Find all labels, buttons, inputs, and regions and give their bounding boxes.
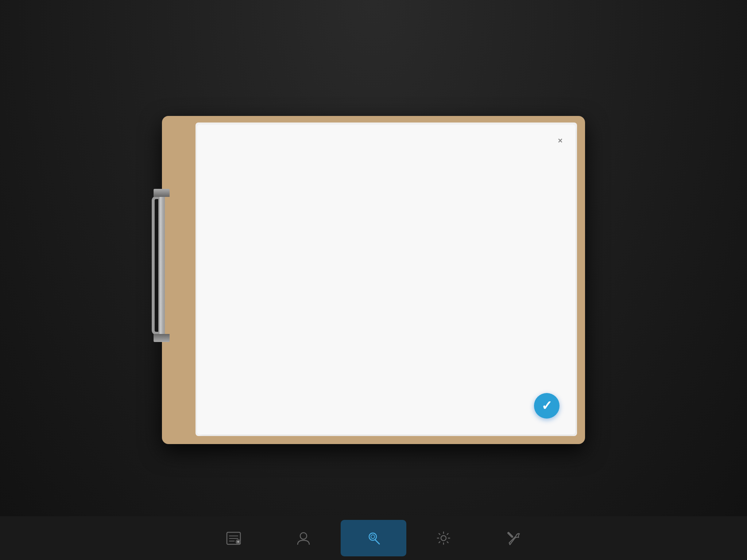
nav-item-settings[interactable] <box>411 520 476 556</box>
settings-nav-icon <box>436 530 452 547</box>
nav-item-list[interactable] <box>201 520 266 556</box>
nav-item-profile[interactable] <box>271 520 336 556</box>
clip-top-bar <box>154 189 170 197</box>
clip-body <box>158 189 165 342</box>
paper-stack-1 <box>197 125 576 435</box>
svg-line-17 <box>375 540 379 544</box>
metal-clip <box>152 189 172 342</box>
profile-nav-icon <box>295 530 312 547</box>
confirm-icon: ✓ <box>541 398 552 413</box>
nav-item-tools[interactable] <box>481 520 546 556</box>
clip-bottom-bar <box>154 334 170 342</box>
svg-point-15 <box>369 533 376 540</box>
close-button[interactable]: × <box>553 133 568 148</box>
svg-point-14 <box>300 533 307 539</box>
nav-item-search[interactable] <box>341 520 406 556</box>
clipboard-container: × Tom ✏ <box>162 116 585 444</box>
bottom-navigation <box>0 516 747 560</box>
svg-point-18 <box>441 536 446 541</box>
list-icon <box>225 530 242 547</box>
search-nav-icon <box>365 530 382 547</box>
tools-nav-icon <box>506 530 522 547</box>
confirm-button[interactable]: ✓ <box>534 393 560 419</box>
svg-point-16 <box>371 535 375 538</box>
